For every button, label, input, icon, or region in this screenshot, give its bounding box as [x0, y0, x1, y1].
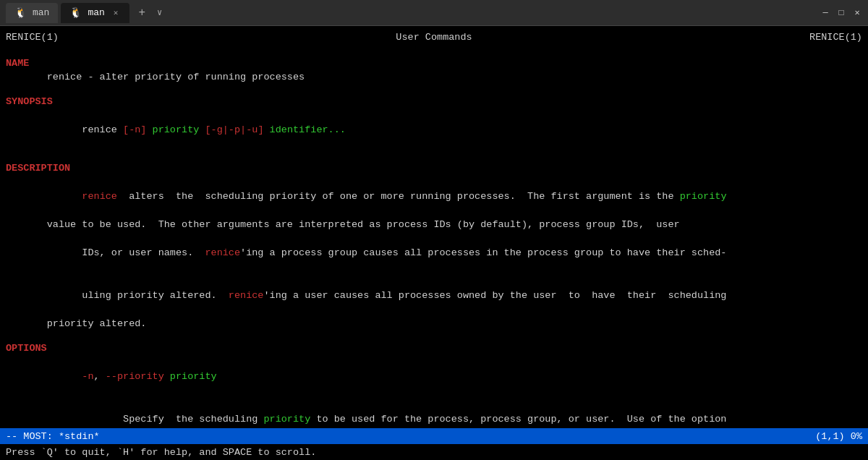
- blank-line-2: [6, 85, 862, 95]
- titlebar: 🐧 man 🐧 man ✕ + ∨ ─ □ ✕: [0, 0, 868, 26]
- close-button[interactable]: ✕: [852, 8, 862, 18]
- options-section-label: OPTIONS: [6, 341, 862, 356]
- synopsis-sp: [146, 124, 152, 135]
- tab2-icon: 🐧: [69, 7, 82, 19]
- window-controls: ─ □ ✕: [820, 8, 862, 18]
- bottom-text: Press `Q' to quit, `H' for help, and SPA…: [6, 447, 316, 458]
- tab-close-button[interactable]: ✕: [111, 7, 122, 19]
- new-tab-button[interactable]: +: [132, 7, 151, 20]
- minimize-button[interactable]: ─: [820, 8, 830, 18]
- status-bar: -- MOST: *stdin* (1,1) 0%: [0, 428, 868, 444]
- tab-chevron-button[interactable]: ∨: [154, 7, 165, 18]
- desc-line3: IDs, or user names. renice'ing a process…: [6, 232, 862, 275]
- blank-line-1: [6, 46, 862, 56]
- desc-line1: renice alters the scheduling priority of…: [6, 176, 862, 218]
- desc-line2: value to be used. The other arguments ar…: [6, 218, 862, 232]
- synopsis-identifier: identifier...: [270, 124, 346, 135]
- option-n-desc1: Specify the scheduling priority to be us…: [6, 398, 862, 428]
- opt-n-priority: priority: [170, 371, 217, 382]
- synopsis-indent: renice: [41, 124, 123, 135]
- blank-line-4: [6, 331, 862, 341]
- man-header: RENICE(1) User Commands RENICE(1): [0, 29, 868, 46]
- synopsis-priority: priority: [153, 124, 200, 135]
- opt-n-long: --priority: [106, 371, 164, 382]
- maximize-button[interactable]: □: [836, 8, 846, 18]
- blank-line-3: [6, 151, 862, 161]
- synopsis-opt1: [-n]: [123, 124, 146, 135]
- man-content: NAME renice - alter priority of running …: [0, 46, 868, 428]
- opt-n-short: -n: [82, 371, 93, 382]
- name-text: renice - alter priority of running proce…: [6, 70, 862, 85]
- renice-ref3: renice: [229, 290, 264, 301]
- tab-man-active[interactable]: 🐧 man ✕: [61, 3, 129, 23]
- header-left: RENICE(1): [6, 30, 59, 45]
- desc-line5: priority altered.: [6, 317, 862, 331]
- synopsis-line: renice [-n] priority [-g|-p|-u] identifi…: [6, 108, 862, 151]
- tab-man-inactive[interactable]: 🐧 man: [6, 3, 58, 23]
- tab1-icon: 🐧: [14, 7, 27, 19]
- option-n-header: -n, --priority priority: [6, 355, 862, 398]
- status-right: (1,1) 0%: [815, 431, 862, 442]
- synopsis-opt2: [-g|-p|-u]: [205, 124, 263, 135]
- renice-ref1: renice: [82, 191, 117, 202]
- tab1-label: man: [33, 7, 49, 18]
- status-left: -- MOST: *stdin*: [6, 431, 100, 442]
- header-center: User Commands: [396, 30, 472, 45]
- terminal-content: RENICE(1) User Commands RENICE(1) NAME r…: [0, 26, 868, 428]
- bottom-bar: Press `Q' to quit, `H' for help, and SPA…: [0, 444, 868, 460]
- opt-n-priority2: priority: [263, 414, 310, 425]
- chevron-down-icon: ∨: [157, 8, 162, 18]
- description-section-label: DESCRIPTION: [6, 161, 862, 176]
- synopsis-section-label: SYNOPSIS: [6, 95, 862, 109]
- tab2-label: man: [88, 7, 104, 18]
- name-section-label: NAME: [6, 56, 862, 71]
- renice-ref2: renice: [205, 247, 240, 258]
- header-right: RENICE(1): [809, 30, 862, 45]
- add-icon: +: [138, 7, 145, 20]
- desc-line4: uling priority altered. renice'ing a use…: [6, 274, 862, 317]
- desc-priority-green: priority: [680, 191, 727, 202]
